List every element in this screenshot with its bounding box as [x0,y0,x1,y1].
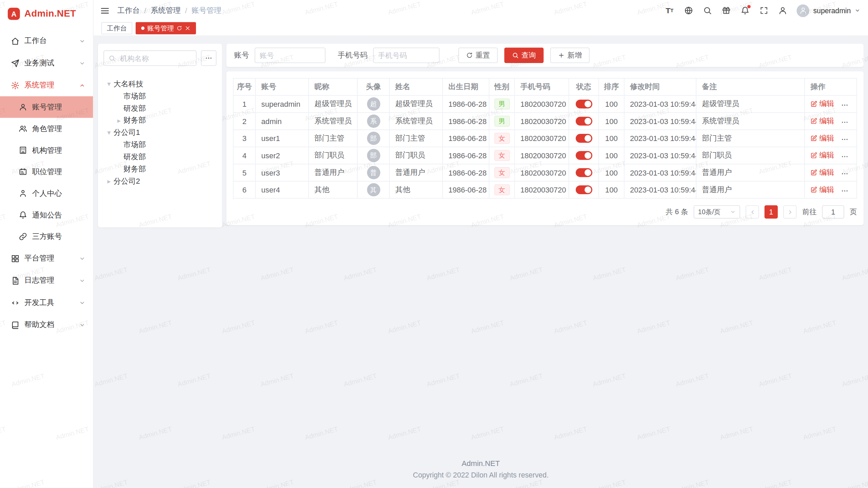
sidebar-subitem-机构管理[interactable]: 机构管理 [0,139,93,161]
sidebar-subitem-职位管理[interactable]: 职位管理 [0,161,93,183]
tree-node-研发部[interactable]: 研发部 [103,102,216,115]
header-fullscreen-icon[interactable] [759,6,768,15]
sidebar-subitem-通知公告[interactable]: 通知公告 [0,204,93,226]
cell-index: 6 [233,181,255,199]
cell-name: 系统管理员 [390,113,443,130]
breadcrumb-separator: / [144,6,146,15]
sidebar-item-帮助文档[interactable]: 帮助文档 [0,314,93,336]
tree-caret-icon[interactable]: ▶ [115,118,123,123]
tree-node-label: 市场部 [123,91,146,101]
cell-remark: 普通用户 [696,164,805,181]
page-size-select[interactable]: 10条/页 [694,205,740,219]
cell-name: 其他 [390,181,443,199]
tab-close-button[interactable] [185,25,190,31]
tree-node-分公司2[interactable]: ▶分公司2 [103,176,216,188]
edit-button[interactable]: 编辑 [810,167,834,177]
search-button[interactable]: 查询 [504,47,544,63]
sidebar-item-工作台[interactable]: 工作台 [0,30,93,52]
sidebar-subitem-角色管理[interactable]: 角色管理 [0,118,93,140]
hamburger-icon[interactable] [100,6,110,15]
app-logo[interactable]: A Admin.NET [0,0,93,28]
org-search-box [103,50,196,66]
row-more-button[interactable] [841,101,849,109]
table-row: 1superadmin超级管理员超超级管理员1986-06-28男1802003… [233,96,856,113]
status-toggle[interactable] [575,134,592,143]
row-more-button[interactable] [841,153,849,161]
sidebar-item-平台管理[interactable]: 平台管理 [0,247,93,269]
tree-node-财务部[interactable]: ▶财务部 [103,115,216,127]
status-toggle[interactable] [575,168,592,177]
cell-gender: 女 [489,181,514,199]
header-locale-icon[interactable] [684,6,693,15]
breadcrumb-item[interactable]: 系统管理 [151,5,181,15]
account-input[interactable] [255,47,326,63]
column-header-账号: 账号 [255,78,309,96]
tab-工作台[interactable]: 工作台 [101,22,132,34]
row-more-button[interactable] [841,187,849,195]
sidebar-item-开发工具[interactable]: 开发工具 [0,291,93,313]
edit-button[interactable]: 编辑 [810,133,834,143]
breadcrumb-item[interactable]: 工作台 [117,5,140,15]
prev-page-button[interactable] [746,205,759,219]
tree-node-研发部[interactable]: 研发部 [103,151,216,163]
tab-refresh-button[interactable] [177,25,182,31]
cell-avatar: 部 [357,130,390,147]
sidebar-subitem-账号管理[interactable]: 账号管理 [0,96,93,118]
chevron-right-icon [787,209,793,215]
cell-phone: 18020030720 [515,113,569,130]
tree-caret-icon[interactable]: ▶ [106,128,112,137]
edit-button[interactable]: 编辑 [810,185,834,195]
header-bell-icon[interactable] [740,6,750,15]
header-user-icon[interactable] [778,6,787,15]
tree-node-大名科技[interactable]: ▶大名科技 [103,78,216,90]
row-more-button[interactable] [841,170,849,178]
tools-icon [11,299,19,307]
edit-button[interactable]: 编辑 [810,116,834,126]
next-page-button[interactable] [783,205,796,219]
edit-button[interactable]: 编辑 [810,150,834,160]
cell-birth: 1986-06-28 [442,96,489,113]
sidebar-item-系统管理[interactable]: 系统管理 [0,74,93,96]
edit-button[interactable]: 编辑 [810,99,834,109]
sidebar-item-业务测试[interactable]: 业务测试 [0,52,93,74]
reset-button[interactable]: 重置 [458,47,498,63]
row-more-button[interactable] [841,119,849,126]
cell-status [569,181,599,199]
status-toggle[interactable] [575,117,592,126]
chevron-down-icon [730,209,735,215]
status-toggle[interactable] [575,151,592,160]
header-search-icon[interactable] [703,6,712,15]
goto-label: 前往 [802,207,816,217]
column-header-昵称: 昵称 [309,78,357,96]
sidebar-subitem-个人中心[interactable]: 个人中心 [0,183,93,204]
status-toggle[interactable] [575,185,592,194]
avatar: 超 [367,97,380,110]
user-menu[interactable]: superadmin [796,4,860,17]
tree-more-button[interactable] [201,50,217,66]
gender-tag: 男 [494,116,510,127]
org-search-input[interactable] [119,54,192,63]
chevron-down-icon [79,278,85,284]
sidebar-item-日志管理[interactable]: 日志管理 [0,269,93,291]
phone-input[interactable] [373,47,439,63]
tree-caret-icon[interactable]: ▶ [106,80,112,88]
header-theme-icon[interactable] [721,6,731,15]
gender-tag: 女 [494,167,510,178]
tree-node-市场部[interactable]: 市场部 [103,90,216,102]
tree-node-市场部[interactable]: 市场部 [103,139,216,151]
cell-phone: 18020030720 [515,147,569,164]
tree-node-财务部[interactable]: 财务部 [103,163,216,176]
header-font-size-icon[interactable]: TT [665,6,674,15]
row-more-button[interactable] [841,136,849,143]
add-button[interactable]: 新增 [550,47,590,63]
sidebar-subitem-三方账号[interactable]: 三方账号 [0,226,93,247]
goto-page-input[interactable] [822,205,844,219]
tab-label: 账号管理 [147,23,174,33]
cell-time: 2023-01-03 10:59:44 [624,113,696,130]
page-number-button[interactable]: 1 [765,205,778,219]
tree-caret-icon[interactable]: ▶ [105,179,114,184]
tab-账号管理[interactable]: 账号管理 [136,22,196,34]
tree-node-分公司1[interactable]: ▶分公司1 [103,127,216,139]
status-toggle[interactable] [575,100,592,108]
chevron-down-icon [79,322,85,328]
